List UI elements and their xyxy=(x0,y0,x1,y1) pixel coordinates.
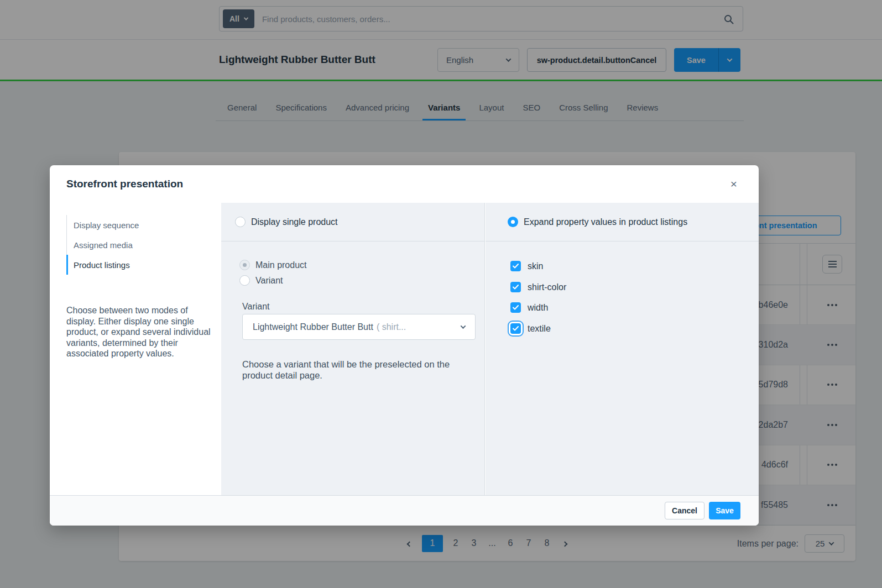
main-product-option: Main product xyxy=(239,260,307,270)
nav-item-assigned-media[interactable]: Assigned media xyxy=(66,235,139,255)
chevron-down-icon xyxy=(461,323,466,329)
variant-radio[interactable] xyxy=(239,275,250,286)
variant-help-text: Choose a variant that will be the presel… xyxy=(242,359,469,381)
display-single-product-label: Display single product xyxy=(251,217,338,227)
modal-cancel-button[interactable]: Cancel xyxy=(665,502,704,519)
modal-save-button[interactable]: Save xyxy=(709,502,740,519)
display-single-product-option: Display single product xyxy=(221,203,484,242)
variant-select-suffix: ( shirt... xyxy=(377,322,406,332)
main-product-radio[interactable] xyxy=(239,260,250,270)
display-single-product-radio[interactable] xyxy=(235,217,246,227)
variant-radio-label: Variant xyxy=(255,276,283,286)
variant-select[interactable]: Lightweight Rubber Butter Butt ( shirt..… xyxy=(242,314,476,340)
textile-checkbox[interactable] xyxy=(510,323,521,334)
expand-property-values-option: Expand property values in product listin… xyxy=(486,203,759,242)
nav-item-product-listings[interactable]: Product listings xyxy=(66,255,139,275)
close-icon[interactable]: × xyxy=(726,176,742,192)
shirt-color-checkbox[interactable] xyxy=(510,282,521,292)
expand-properties-column: Expand property values in product listin… xyxy=(486,203,759,495)
mode-description: Choose between two modes of display. Eit… xyxy=(66,305,212,359)
shirt-color-label: shirt-color xyxy=(528,282,566,292)
variant-field-label: Variant xyxy=(242,302,270,312)
modal-body: Display sequence Assigned media Product … xyxy=(50,203,759,495)
property-option-width: width xyxy=(510,302,548,313)
skin-label: skin xyxy=(528,261,543,271)
main-product-label: Main product xyxy=(255,260,307,270)
property-option-shirt-color: shirt-color xyxy=(510,282,566,292)
variant-option: Variant xyxy=(239,275,283,286)
width-label: width xyxy=(528,303,548,313)
textile-label: textile xyxy=(528,324,551,334)
property-option-skin: skin xyxy=(510,261,543,271)
modal-sidebar: Display sequence Assigned media Product … xyxy=(50,203,221,495)
property-option-textile: textile xyxy=(510,323,551,334)
expand-property-values-radio[interactable] xyxy=(508,217,518,227)
variant-select-value: Lightweight Rubber Butter Butt xyxy=(253,322,373,332)
screen: All Lightweight Rubber Butter Butt Engli… xyxy=(0,0,882,588)
storefront-presentation-modal: Storefront presentation × Display sequen… xyxy=(50,165,759,526)
skin-checkbox[interactable] xyxy=(510,261,521,271)
expand-property-values-label: Expand property values in product listin… xyxy=(524,217,687,227)
modal-nav: Display sequence Assigned media Product … xyxy=(66,215,139,275)
modal-header: Storefront presentation × xyxy=(50,165,759,203)
modal-title: Storefront presentation xyxy=(66,165,183,203)
width-checkbox[interactable] xyxy=(510,302,521,313)
single-product-column: Display single product Main product Vari… xyxy=(221,203,485,495)
modal-footer: Cancel Save xyxy=(50,495,759,526)
nav-item-display-sequence[interactable]: Display sequence xyxy=(66,215,139,235)
